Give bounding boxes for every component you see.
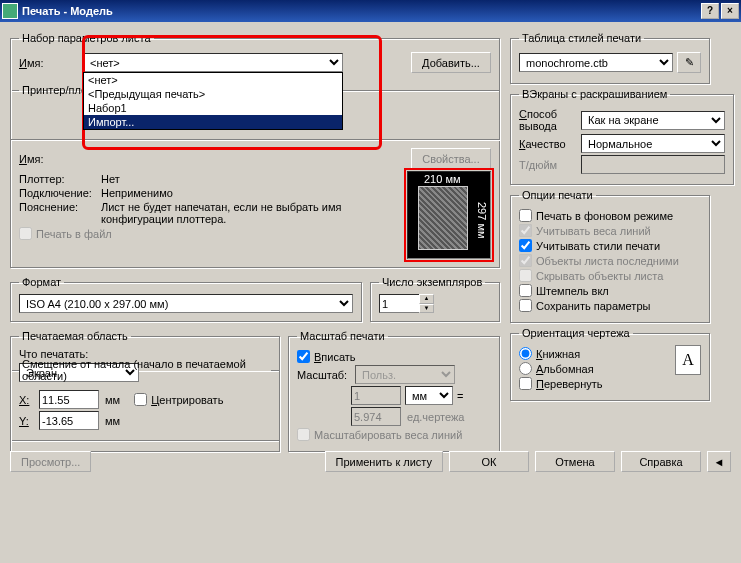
scale-draw-num (351, 407, 401, 426)
opt-bg-checkbox[interactable] (519, 209, 532, 222)
quality-label: Качество (519, 138, 577, 150)
preview-highlight (404, 168, 494, 262)
scale-legend: Масштаб печати (297, 330, 388, 342)
paper-size-select[interactable]: ISO A4 (210.00 x 297.00 мм) (19, 294, 353, 313)
desc-label: Пояснение: (19, 201, 97, 213)
opt-hide-label: Скрывать объекты листа (536, 270, 663, 282)
copies-input[interactable] (379, 294, 419, 313)
scale-draw-unit: ед.чертежа (407, 411, 464, 423)
page-setup-option-import[interactable]: Импорт... (84, 115, 342, 129)
shade-mode-label: Способ вывода (519, 108, 577, 132)
connection-label: Подключение: (19, 187, 97, 199)
printer-props-button: Свойства... (411, 148, 491, 169)
opt-stamp-label: Штемпель вкл (536, 285, 609, 297)
options-group: Опции печати Печать в фоновом режиме Учи… (510, 189, 710, 323)
landscape-label: Альбомная (536, 363, 594, 375)
paper-size-legend: Формат (19, 276, 64, 288)
opt-bg-label: Печать в фоновом режиме (536, 210, 673, 222)
style-table-legend: Таблица стилей печати (519, 32, 644, 44)
expand-button[interactable]: ◄ (707, 451, 731, 472)
scale-group: Масштаб печати Вписать Масштаб:Польз. мм… (288, 330, 500, 452)
scale-unit-num (351, 386, 401, 405)
scale-unit-select[interactable]: мм (405, 386, 453, 405)
opt-last-checkbox (519, 254, 532, 267)
center-checkbox[interactable] (134, 393, 147, 406)
print-to-file-label: Печать в файл (36, 228, 112, 240)
offset-x-label: X: (19, 394, 35, 406)
page-setup-legend: Набор параметров листа (19, 32, 154, 44)
offset-x-input[interactable] (39, 390, 99, 409)
desc-value: Лист не будет напечатан, если не выбрать… (101, 201, 407, 225)
add-page-setup-button[interactable]: Добавить... (411, 52, 491, 73)
help-titlebar-button[interactable]: ? (701, 3, 719, 19)
page-setup-dropdown-list[interactable]: <нет> <Предыдущая печать> Набор1 Импорт.… (83, 72, 343, 130)
pencil-icon: ✎ (685, 56, 694, 68)
portrait-radio[interactable] (519, 347, 532, 360)
ok-button[interactable]: ОК (449, 451, 529, 472)
scale-select: Польз. (355, 365, 455, 384)
plotter-label: Плоттер: (19, 173, 97, 185)
fit-checkbox[interactable] (297, 350, 310, 363)
opt-lw-checkbox (519, 224, 532, 237)
offset-y-mm: мм (105, 415, 120, 427)
style-table-group: Таблица стилей печати monochrome.ctb ✎ (510, 32, 710, 84)
opt-stamp-checkbox[interactable] (519, 284, 532, 297)
copies-group: Число экземпляров ▲▼ (370, 276, 500, 322)
preview-button: Просмотр... (10, 451, 91, 472)
page-setup-option-none[interactable]: <нет> (84, 73, 342, 87)
copies-down[interactable]: ▼ (419, 304, 434, 314)
cancel-button[interactable]: Отмена (535, 451, 615, 472)
opt-save-label: Сохранить параметры (536, 300, 650, 312)
page-setup-option-nabor1[interactable]: Набор1 (84, 101, 342, 115)
upside-checkbox[interactable] (519, 377, 532, 390)
chevron-left-icon: ◄ (714, 456, 725, 468)
close-button[interactable]: × (721, 3, 739, 19)
offset-y-input[interactable] (39, 411, 99, 430)
scale-eq: = (457, 390, 463, 402)
landscape-radio[interactable] (519, 362, 532, 375)
plotter-value: Нет (101, 173, 120, 185)
plot-area-legend: Печатаемая область (19, 330, 131, 342)
dpi-input (581, 155, 725, 174)
opt-styles-checkbox[interactable] (519, 239, 532, 252)
scale-label: Масштаб: (297, 369, 351, 381)
scale-lw-label: Масштабировать веса линий (314, 429, 462, 441)
style-table-select[interactable]: monochrome.ctb (519, 53, 673, 72)
copies-spinner[interactable]: ▲▼ (379, 294, 434, 313)
orientation-icon: A (675, 345, 701, 375)
orientation-legend: Ориентация чертежа (519, 327, 633, 339)
window-title: Печать - Модель (22, 5, 699, 17)
page-setup-group: Набор параметров листа Имя: <нет> <нет> … (10, 32, 500, 140)
title-bar: Печать - Модель ? × (0, 0, 741, 22)
opt-save-checkbox[interactable] (519, 299, 532, 312)
help-button[interactable]: Справка (621, 451, 701, 472)
opt-last-label: Объекты листа последними (536, 255, 679, 267)
offset-y-label: Y: (19, 415, 35, 427)
copies-legend: Число экземпляров (379, 276, 485, 288)
page-setup-name-select[interactable]: <нет> (83, 53, 343, 72)
opt-lw-label: Учитывать веса линий (536, 225, 651, 237)
edit-style-button[interactable]: ✎ (677, 52, 701, 73)
scale-lw-checkbox (297, 428, 310, 441)
paper-size-group: Формат ISO A4 (210.00 x 297.00 мм) (10, 276, 362, 322)
copies-up[interactable]: ▲ (419, 294, 434, 304)
connection-value: Неприменимо (101, 187, 173, 199)
shaded-legend: ВЭкраны с раскрашиванием (519, 88, 670, 100)
upside-label: Перевернуть (536, 378, 603, 390)
opt-hide-checkbox (519, 269, 532, 282)
print-to-file-checkbox (19, 227, 32, 240)
app-icon (2, 3, 18, 19)
apply-button[interactable]: Применить к листу (325, 451, 444, 472)
offset-x-mm: мм (105, 394, 120, 406)
portrait-label: Книжная (536, 348, 580, 360)
opt-styles-label: Учитывать стили печати (536, 240, 660, 252)
orientation-group: Ориентация чертежа Книжная Альбомная Пер… (510, 327, 710, 401)
center-label: Центрировать (151, 394, 223, 406)
page-setup-name-label: Имя: (19, 57, 79, 69)
page-setup-option-prev[interactable]: <Предыдущая печать> (84, 87, 342, 101)
fit-label: Вписать (314, 351, 356, 363)
dpi-label: Т/дюйм (519, 159, 577, 171)
quality-select[interactable]: Нормальное (581, 134, 725, 153)
options-legend: Опции печати (519, 189, 596, 201)
shade-mode-select[interactable]: Как на экране (581, 111, 725, 130)
